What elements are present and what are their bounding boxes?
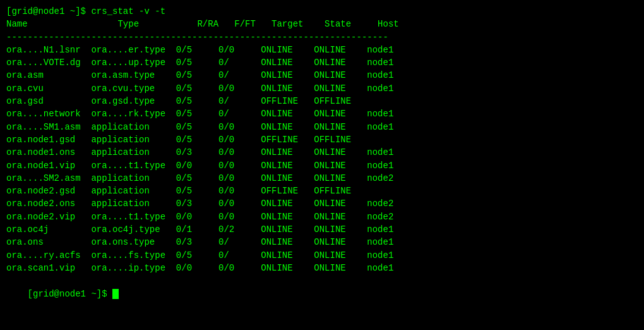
table-row: ora.scan1.vip ora....ip.type 0/0 0/0 ONL… (6, 262, 638, 274)
table-row: ora.cvu ora.cvu.type 0/5 0/0 ONLINE ONLI… (6, 82, 638, 95)
table-row: ora.node1.ons application 0/3 0/0 ONLINE… (6, 146, 638, 159)
table-row: ora.ons ora.ons.type 0/3 0/ ONLINE ONLIN… (6, 236, 638, 248)
final-prompt-text: [grid@node1 ~]$ (28, 289, 112, 299)
table-row: ora....VOTE.dg ora....up.type 0/5 0/ ONL… (6, 56, 638, 69)
table-row: ora.asm ora.asm.type 0/5 0/ ONLINE ONLIN… (6, 69, 638, 82)
command-line: [grid@node1 ~]$ crs_stat -v -t (6, 5, 638, 18)
table-row: ora.node2.ons application 0/3 0/0 ONLINE… (6, 197, 638, 210)
separator-line: ----------------------------------------… (6, 31, 638, 44)
table-row: ora.gsd ora.gsd.type 0/5 0/ OFFLINE OFFL… (6, 95, 638, 107)
cursor-block (112, 289, 119, 299)
table-body: ora....N1.lsnr ora....er.type 0/5 0/0 ON… (6, 44, 638, 274)
table-row: ora....network ora....rk.type 0/5 0/ ONL… (6, 107, 638, 120)
table-header: Name Type R/RA F/FT Target State Host (6, 18, 638, 30)
table-row: ora....SM2.asm application 0/5 0/0 ONLIN… (6, 172, 638, 185)
table-row: ora....N1.lsnr ora....er.type 0/5 0/0 ON… (6, 44, 638, 56)
table-row: ora.oc4j ora.oc4j.type 0/1 0/2 ONLINE ON… (6, 223, 638, 236)
table-row: ora.node2.vip ora....t1.type 0/0 0/0 ONL… (6, 211, 638, 223)
final-prompt-line: [grid@node1 ~]$ (6, 274, 638, 313)
table-row: ora....ry.acfs ora....fs.type 0/5 0/ ONL… (6, 249, 638, 262)
table-row: ora.node1.gsd application 0/5 0/0 OFFLIN… (6, 133, 638, 146)
terminal-window: [grid@node1 ~]$ crs_stat -v -t Name Type… (6, 5, 638, 325)
table-row: ora.node2.gsd application 0/5 0/0 OFFLIN… (6, 185, 638, 197)
table-row: ora.node1.vip ora....t1.type 0/0 0/0 ONL… (6, 159, 638, 172)
table-row: ora....SM1.asm application 0/5 0/0 ONLIN… (6, 121, 638, 133)
